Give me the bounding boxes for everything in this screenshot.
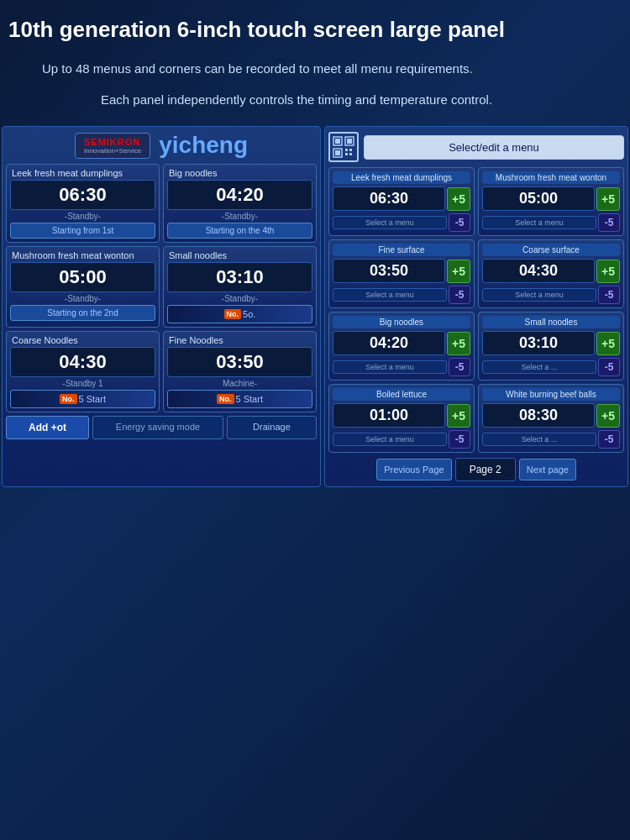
r-card-2-minus[interactable]: -5 [449, 286, 470, 304]
card-3-title: Small noodles [167, 250, 312, 260]
r-card-7-plus[interactable]: +5 [596, 404, 620, 428]
card-5-timer: 03:50 [167, 347, 312, 377]
next-page-btn[interactable]: Next page [519, 459, 576, 480]
r-card-1-timer: 05:00 [482, 186, 595, 211]
r-card-5-plus[interactable]: +5 [596, 332, 620, 355]
r-card-3-timer: 04:30 [482, 259, 595, 283]
r-card-5-minus[interactable]: -5 [598, 358, 620, 376]
r-card-3-select[interactable]: Select a menu [482, 288, 596, 302]
logo-name: SEMIKRON [84, 137, 141, 147]
svg-rect-1 [335, 139, 340, 144]
card-4-timer: 04:30 [10, 347, 155, 377]
card-2-title: Mushroom fresh meat wonton [10, 250, 155, 260]
svg-rect-6 [345, 149, 348, 151]
card-4-start-label: 5 Start [79, 394, 106, 404]
card-1-timer: 04:20 [167, 180, 312, 210]
r-card-6-timer: 01:00 [333, 403, 445, 428]
card-5-title: Fine Noodles [167, 335, 312, 345]
r-card-7-minus[interactable]: -5 [598, 430, 620, 449]
r-card-1-title: Mushroom fresh meat wonton [482, 171, 620, 184]
r-card-1-minus[interactable]: -5 [598, 213, 620, 232]
card-5-start-btn[interactable]: No. 5 Start [167, 390, 312, 408]
card-2-start-btn[interactable]: Starting on the 2nd [10, 305, 155, 321]
no-badge-4: No. [60, 394, 77, 404]
drainage-button[interactable]: Drainage [227, 416, 317, 439]
left-card-4: Coarse Noodles 04:30 -Standby 1 No. 5 St… [6, 331, 160, 412]
r-card-5-title: Small noodles [482, 316, 620, 328]
r-card-6: Boiled lettuce 01:00 +5 Select a menu -5 [328, 384, 475, 453]
card-5-start-label: 5 Start [236, 394, 263, 404]
card-3-start-btn[interactable]: No. 5o. [167, 305, 312, 323]
no-badge-3: No. [224, 309, 242, 319]
logo-box: SEMIKRON Innovation+Service [75, 133, 150, 159]
svg-rect-5 [335, 150, 340, 155]
r-card-7-select[interactable]: Select a ... [482, 433, 596, 446]
qr-icon [328, 132, 359, 162]
card-1-title: Big noodles [167, 168, 312, 178]
left-card-5: Fine Noodles 03:50 Machine- No. 5 Start [163, 331, 317, 412]
select-edit-menu-btn[interactable]: Select/edit a menu [364, 135, 624, 160]
r-card-4-select[interactable]: Select a menu [333, 360, 447, 374]
r-card-4-minus[interactable]: -5 [449, 358, 470, 376]
r-card-4-plus[interactable]: +5 [447, 332, 470, 355]
r-card-2-title: Fine surface [333, 244, 470, 256]
left-card-0: Leek fresh meat dumplings 06:30 -Standby… [6, 164, 160, 243]
left-card-3: Small noodles 03:10 -Standby- No. 5o. [163, 246, 317, 328]
r-card-6-minus[interactable]: -5 [449, 430, 470, 449]
card-2-status: -Standby- [10, 294, 155, 303]
left-card-2: Mushroom fresh meat wonton 05:00 -Standb… [6, 246, 160, 328]
card-4-title: Coarse Noodles [10, 335, 155, 345]
energy-saving-button[interactable]: Energy saving mode [92, 416, 223, 439]
r-card-6-select[interactable]: Select a menu [333, 433, 447, 446]
card-1-status: -Standby- [167, 212, 312, 221]
r-card-0-title: Leek fresh meat dumplings [333, 171, 470, 184]
r-card-1-plus[interactable]: +5 [596, 187, 620, 211]
right-panel: Select/edit a menu Leek fresh meat dumpl… [324, 126, 628, 487]
brand-name: yicheng [159, 132, 248, 159]
r-card-5-select[interactable]: Select a ... [482, 360, 596, 374]
left-card-1: Big noodles 04:20 -Standby- Starting on … [163, 164, 317, 243]
logo-sub: Innovation+Service [84, 147, 141, 155]
card-4-status: -Standby 1 [10, 379, 155, 388]
desc1: Up to 48 menus and corners can be record… [8, 60, 613, 79]
r-card-2-plus[interactable]: +5 [447, 260, 470, 283]
card-1-start-btn[interactable]: Starting on the 4th [167, 223, 312, 239]
card-5-status: Machine- [167, 379, 312, 388]
r-card-3-title: Coarse surface [482, 244, 620, 256]
card-0-title: Leek fresh meat dumplings [10, 168, 155, 178]
r-card-6-plus[interactable]: +5 [447, 404, 470, 428]
r-card-1: Mushroom fresh meat wonton 05:00 +5 Sele… [478, 167, 624, 236]
no-badge-5: No. [217, 394, 234, 404]
r-card-1-select[interactable]: Select a menu [482, 216, 596, 229]
page-title: 10th generation 6-inch touch screen larg… [8, 17, 613, 43]
r-card-3: Coarse surface 04:30 +5 Select a menu -5 [478, 239, 624, 308]
r-card-2-timer: 03:50 [333, 259, 445, 283]
r-card-0-plus[interactable]: +5 [447, 187, 470, 211]
card-3-start-label: 5o. [243, 309, 255, 319]
r-card-0-select[interactable]: Select a menu [333, 216, 447, 229]
r-card-2-select[interactable]: Select a menu [333, 288, 447, 302]
left-cards-grid: Leek fresh meat dumplings 06:30 -Standby… [6, 164, 317, 412]
card-3-status: -Standby- [167, 294, 312, 303]
r-card-0-minus[interactable]: -5 [449, 213, 470, 232]
card-3-timer: 03:10 [167, 262, 312, 292]
r-card-7-timer: 08:30 [482, 403, 595, 428]
card-0-status: -Standby- [10, 212, 155, 221]
add-button[interactable]: Add +ot [6, 416, 89, 439]
r-card-7-title: White burning beef balls [482, 388, 620, 401]
r-card-5: Small noodles 03:10 +5 Select a ... -5 [478, 312, 624, 381]
r-card-3-plus[interactable]: +5 [596, 260, 620, 283]
desc2: Each panel independently controls the ti… [8, 91, 613, 110]
r-card-4-title: Big noodles [333, 316, 470, 328]
r-card-3-minus[interactable]: -5 [598, 286, 620, 304]
bottom-bar: Add +ot Energy saving mode Drainage [6, 416, 317, 439]
left-panel: SEMIKRON Innovation+Service yicheng Leek… [2, 126, 321, 487]
svg-rect-3 [347, 139, 352, 144]
svg-rect-7 [349, 149, 352, 151]
card-4-start-btn[interactable]: No. 5 Start [10, 390, 155, 408]
card-0-start-btn[interactable]: Starting from 1st [10, 223, 155, 239]
svg-rect-8 [345, 153, 348, 155]
prev-page-btn[interactable]: Previous Page [376, 459, 452, 480]
right-footer: Previous Page Page 2 Next page [328, 458, 624, 481]
r-card-0-timer: 06:30 [333, 186, 445, 211]
